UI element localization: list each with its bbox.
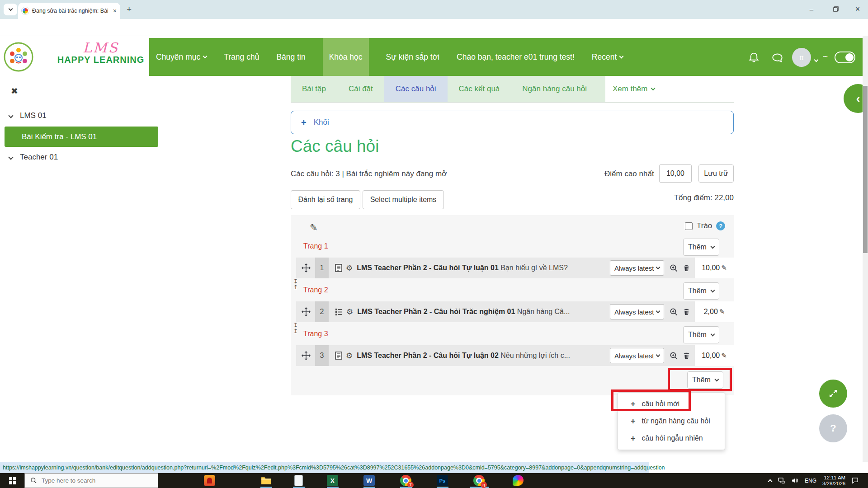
pencil-icon[interactable]: ✎ xyxy=(721,352,727,360)
move-icon[interactable] xyxy=(302,307,311,316)
nav-item-courses[interactable]: Khóa học xyxy=(323,38,369,76)
move-icon[interactable] xyxy=(302,351,311,360)
gear-icon[interactable]: ⚙ xyxy=(346,351,353,360)
sidebar-item-quiz-active[interactable]: Bài Kiểm tra - LMS 01 xyxy=(5,127,158,147)
tab-questions[interactable]: Các câu hỏi xyxy=(384,76,448,102)
excel-icon[interactable]: X xyxy=(327,475,339,487)
chevron-down-icon xyxy=(711,244,715,249)
max-grade-input[interactable] xyxy=(659,164,692,183)
tab-search-button[interactable] xyxy=(4,4,17,15)
trash-icon[interactable] xyxy=(683,264,690,272)
trash-icon[interactable] xyxy=(683,308,690,316)
tray-expand-icon[interactable] xyxy=(768,479,773,484)
chevron-down-icon[interactable] xyxy=(8,113,13,118)
question-points[interactable]: 2,00✎ xyxy=(695,301,734,322)
messages-chat-icon[interactable] xyxy=(771,52,783,64)
language-indicator[interactable]: ENG xyxy=(805,478,816,484)
gear-icon[interactable]: ⚙ xyxy=(346,263,353,272)
fullscreen-toggle-button[interactable] xyxy=(819,380,847,408)
help-floating-button[interactable]: ? xyxy=(819,414,847,442)
tab-assignment[interactable]: Bài tập xyxy=(291,76,337,102)
tab-more[interactable]: Xem thêm xyxy=(605,76,662,102)
add-block-button[interactable]: + Khối xyxy=(291,111,734,134)
question-title[interactable]: LMS Teacher Phần 2 - Câu hỏi Tự luận 02 … xyxy=(357,352,610,360)
nav-item-home[interactable]: Trang chủ xyxy=(224,38,259,76)
new-tab-icon[interactable]: + xyxy=(127,5,132,14)
chevron-down-icon[interactable] xyxy=(8,155,13,160)
sidebar-divider xyxy=(163,76,163,462)
add-menu-button-page3[interactable]: Thêm xyxy=(683,326,719,343)
question-points[interactable]: 10,00✎ xyxy=(695,345,734,366)
network-icon[interactable] xyxy=(778,477,785,484)
nav-item-recent[interactable]: Recent xyxy=(592,38,623,76)
file-explorer-icon[interactable] xyxy=(260,475,272,487)
photoshop-icon[interactable]: Ps xyxy=(437,475,448,487)
volume-icon[interactable] xyxy=(791,477,799,484)
preview-zoom-icon[interactable] xyxy=(670,264,678,272)
add-menu-button-bottom[interactable]: Thêm xyxy=(687,371,723,389)
page-break-icon[interactable]: ↧↥ xyxy=(291,278,301,290)
nav-item-categories[interactable]: Chuyên mục xyxy=(156,38,207,76)
paint3d-pin-icon[interactable] xyxy=(513,475,524,487)
taskbar-search[interactable] xyxy=(24,473,158,488)
version-select[interactable]: Always latest xyxy=(610,304,664,319)
pencil-icon[interactable]: ✎ xyxy=(721,264,727,272)
select-multiple-button[interactable]: Select multiple items xyxy=(363,190,444,209)
max-grade-label: Điểm cao nhất xyxy=(604,169,654,178)
theme-toggle[interactable] xyxy=(835,52,855,63)
user-menu-chevron-icon[interactable] xyxy=(815,55,818,63)
chrome-active-icon[interactable]: q xyxy=(473,475,485,487)
start-button[interactable] xyxy=(9,477,16,484)
menu-item-random-question[interactable]: + câu hỏi ngẫu nhiên xyxy=(618,430,725,447)
tab-results[interactable]: Các kết quả xyxy=(448,76,511,102)
taskbar-app-icon[interactable] xyxy=(204,475,216,487)
user-avatar[interactable]: tt xyxy=(792,48,811,67)
happy-learning-logo-icon xyxy=(4,42,33,72)
sidebar-section-label[interactable]: LMS 01 xyxy=(20,111,47,120)
move-icon[interactable] xyxy=(302,263,311,272)
version-select[interactable]: Always latest xyxy=(610,348,664,363)
tab-close-icon[interactable]: × xyxy=(113,7,117,14)
pencil-icon[interactable]: ✎ xyxy=(719,308,725,316)
preview-zoom-icon[interactable] xyxy=(670,352,678,360)
taskbar-clock[interactable]: 12:11 AM 3/28/2026 xyxy=(822,475,845,487)
page-break-icon[interactable]: ↧↥ xyxy=(291,322,301,334)
expand-arrows-icon xyxy=(828,388,839,399)
edit-quiz-pencil-icon[interactable]: ✎ xyxy=(310,222,318,233)
page-label: Trang 2 xyxy=(303,286,328,294)
repaginate-button[interactable]: Đánh lại số trang xyxy=(291,190,360,209)
add-menu-button-page1[interactable]: Thêm xyxy=(683,239,719,256)
nav-item-upcoming-events[interactable]: Sự kiện sắp tới xyxy=(386,38,440,76)
sidebar-section-teacher01[interactable]: Teacher 01 xyxy=(9,153,58,162)
notepad-app-icon[interactable] xyxy=(293,475,305,487)
search-input[interactable] xyxy=(42,477,146,484)
window-minimize-button[interactable]: – xyxy=(801,0,822,18)
browser-tab[interactable]: Đang sửa bài trắc nghiệm: Bài K × xyxy=(18,3,120,19)
menu-item-from-question-bank[interactable]: + từ ngân hàng câu hỏi xyxy=(618,413,725,430)
save-button[interactable]: Lưu trữ xyxy=(698,164,734,183)
browser-with-badge-icon[interactable]: T xyxy=(400,475,412,487)
tab-settings[interactable]: Cài đặt xyxy=(337,76,384,102)
menu-item-new-question[interactable]: + câu hỏi mới xyxy=(618,395,725,413)
question-points[interactable]: 10,00✎ xyxy=(695,258,734,278)
help-icon[interactable]: ? xyxy=(716,221,725,230)
shuffle-checkbox[interactable] xyxy=(685,222,693,230)
action-center-icon[interactable] xyxy=(851,477,859,484)
close-drawer-icon[interactable]: ✖ xyxy=(11,86,18,96)
question-title[interactable]: LMS Teacher Phần 2 - Câu hỏi Tự luận 01 … xyxy=(357,264,610,272)
trash-icon[interactable] xyxy=(683,352,690,360)
version-select[interactable]: Always latest xyxy=(610,260,664,276)
add-menu-button-page2[interactable]: Thêm xyxy=(683,282,719,300)
tab-question-bank[interactable]: Ngân hàng câu hỏi xyxy=(511,76,598,102)
window-close-button[interactable]: × xyxy=(847,0,868,18)
scrollbar-thumb[interactable] xyxy=(863,86,868,253)
preview-zoom-icon[interactable] xyxy=(670,308,678,316)
sidebar-section-label[interactable]: Teacher 01 xyxy=(20,153,58,162)
sidebar-section-lms01[interactable]: LMS 01 xyxy=(9,111,47,120)
question-title[interactable]: LMS Teacher Phần 2 - Câu hỏi Trắc nghiệm… xyxy=(357,308,610,316)
gear-icon[interactable]: ⚙ xyxy=(346,307,353,316)
window-restore-button[interactable] xyxy=(826,0,846,18)
nav-item-news[interactable]: Bảng tin xyxy=(276,38,305,76)
notifications-bell-icon[interactable] xyxy=(748,51,760,63)
word-icon[interactable]: W xyxy=(363,475,375,487)
